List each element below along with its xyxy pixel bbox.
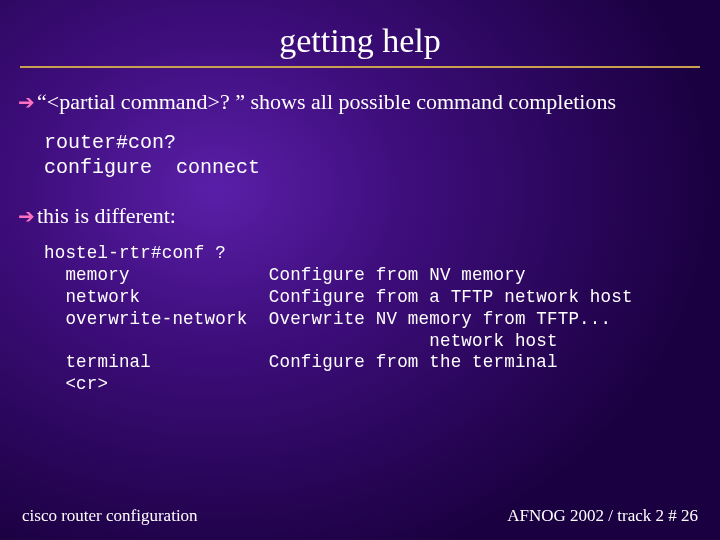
arrow-icon: ➔ — [18, 204, 35, 228]
code-example-1: router#con? configure connect — [44, 130, 702, 180]
slide-title: getting help — [0, 0, 720, 60]
bullet-text: this is different: — [37, 202, 176, 230]
bullet-text: “<partial command>? ” shows all possible… — [37, 88, 616, 116]
slide-footer: cisco router configuration AFNOG 2002 / … — [0, 506, 720, 526]
footer-left: cisco router configuration — [22, 506, 198, 526]
slide-content: ➔ “<partial command>? ” shows all possib… — [0, 68, 720, 396]
footer-right: AFNOG 2002 / track 2 # 26 — [507, 506, 698, 526]
arrow-icon: ➔ — [18, 90, 35, 114]
code-example-2: hostel-rtr#conf ? memory Configure from … — [44, 243, 702, 396]
bullet-item: ➔ this is different: — [18, 202, 702, 230]
bullet-item: ➔ “<partial command>? ” shows all possib… — [18, 88, 702, 116]
